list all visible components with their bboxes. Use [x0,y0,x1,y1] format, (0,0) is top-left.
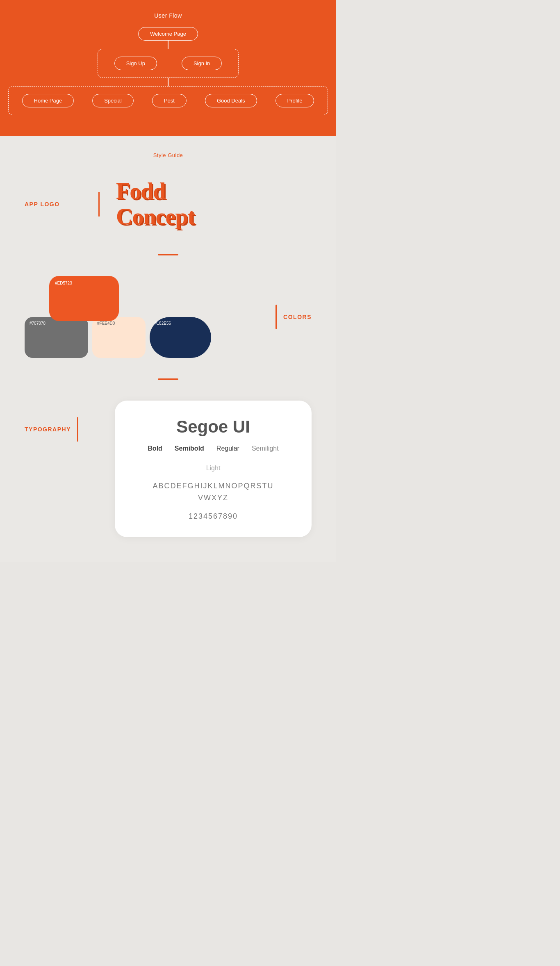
weight-bold: Bold [148,445,162,452]
profile-node: Profile [275,94,314,107]
colors-label: COLORS [283,314,312,320]
color-gray: #707070 [25,317,88,358]
typography-label-area: TYPOGRAPHY [25,401,115,442]
sign-up-node: Sign Up [114,57,157,70]
sign-group: Sign Up Sign In [98,49,239,78]
colors-divider [158,254,178,255]
good-deals-node: Good Deals [205,94,257,107]
weight-semilight: Semilight [252,445,279,452]
color-peach-label: #FEE4D0 [97,321,115,326]
color-navy: #182E56 [150,317,211,358]
color-gray-label: #707070 [30,321,46,326]
weight-regular: Regular [216,445,239,452]
style-guide-title: Style Guide [25,152,312,158]
logo-label: APP LOGO [25,201,82,207]
color-bottom-row: #707070 #FEE4D0 #182E56 [25,317,275,358]
color-peach: #FEE4D0 [92,317,146,358]
colors-accent-bar [275,305,277,329]
colors-row: #ED5723 #707070 #FEE4D0 #182E56 COLORS [25,276,312,358]
flow-diagram: Welcome Page Sign Up Sign In Home Page S… [8,27,328,115]
colors-right: COLORS [275,305,312,329]
typography-row: TYPOGRAPHY Segoe UI Bold Semibold Regula… [25,401,312,537]
typography-card: Segoe UI Bold Semibold Regular Semilight… [115,401,312,537]
logo-text: Fodd Concept [116,179,195,229]
home-page-node: Home Page [22,94,74,107]
typography-label: TYPOGRAPHY [25,426,71,433]
welcome-page-node: Welcome Page [138,27,198,41]
weight-light: Light [206,465,221,472]
font-name: Segoe UI [176,417,250,437]
typography-divider [158,378,178,380]
color-navy-label: #182E56 [155,321,171,326]
user-flow-section: User Flow Welcome Page Sign Up Sign In H… [0,0,336,136]
weight-semibold: Semibold [175,445,204,452]
logo-divider [98,192,100,216]
special-node: Special [92,94,134,107]
typography-accent-bar [77,417,78,442]
logo-row: APP LOGO Fodd Concept [25,179,312,229]
font-weights-row: Bold Semibold Regular Semilight Light [135,445,291,472]
style-guide-section: Style Guide APP LOGO Fodd Concept #ED572… [0,136,336,562]
color-orange-label: #ED5723 [55,281,72,285]
color-swatches: #ED5723 #707070 #FEE4D0 #182E56 [25,276,275,358]
color-orange: #ED5723 [49,276,119,321]
font-numbers: 1234567890 [189,512,238,521]
sign-in-node: Sign In [182,57,222,70]
font-alphabet: ABCDEFGHIJKLMNOPQRSTUVWXYZ [153,480,273,504]
bottom-nodes-group: Home Page Special Post Good Deals Profil… [8,86,328,115]
user-flow-title: User Flow [8,12,328,19]
post-node: Post [152,94,187,107]
